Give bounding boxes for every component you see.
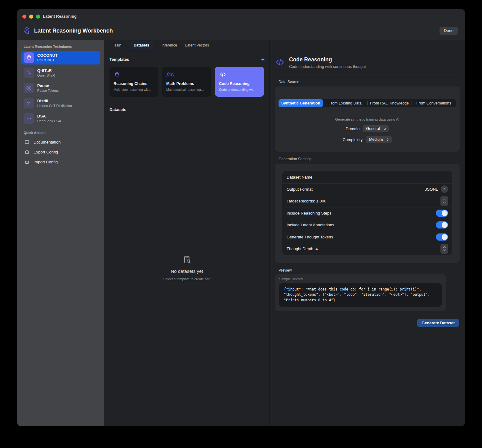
toggle-knob (442, 222, 448, 228)
segment-from-conversations[interactable]: From Conversations (412, 99, 456, 107)
content: Latent Reasoning Techniques COCONUT COCO… (17, 40, 465, 426)
close-window-button[interactable] (22, 15, 26, 19)
generate-thought-tokens-toggle[interactable] (436, 233, 448, 241)
tab-latent-vectors[interactable]: Latent Vectors (185, 42, 209, 49)
tab-train[interactable]: Train (113, 42, 121, 49)
segment-from-rag-knowledge[interactable]: From RAG Knowledge (367, 99, 412, 107)
chevron-up-down-icon (386, 138, 389, 141)
preview-card: Sample Record {"input": "What does this … (275, 274, 446, 311)
output-format-dropdown[interactable] (441, 185, 448, 193)
complexity-label: Complexity (343, 137, 363, 142)
template-card-math-problems[interactable]: ƒ(x) Math Problems Mathematical reasonin… (162, 67, 211, 97)
toggle-knob (442, 234, 448, 240)
sidebar-item-qstar[interactable]: Q-STaR Quiet-STaR (21, 66, 100, 80)
empty-state: No datasets yet Select a template to cre… (104, 255, 270, 281)
domain-dropdown[interactable]: General (363, 125, 389, 132)
book-icon (24, 139, 30, 145)
target-records-row: Target Records: 1.000 (282, 195, 452, 207)
preview-label: Preview (279, 268, 460, 273)
segment-from-existing-data[interactable]: From Existing Data (323, 99, 367, 107)
brain-icon (24, 52, 34, 63)
data-source-description: Generate synthetic training data using A… (279, 118, 456, 121)
sidebar-item-text: Pause Pause Tokens (37, 83, 59, 93)
include-latent-annotations-row: Include Latent Annotations (282, 219, 452, 231)
brain-icon (22, 26, 31, 35)
thought-depth-stepper[interactable] (440, 244, 448, 254)
function-icon: ƒ(x) (166, 71, 207, 78)
sidebar-item-text: COCONUT COCONUT (37, 53, 58, 63)
wave-icon (24, 113, 34, 124)
complexity-dropdown[interactable]: Medium (366, 136, 392, 143)
output-format-row: Output Format JSONL (282, 183, 452, 195)
sidebar-item-text: Distill Hidden CoT Distillation (37, 99, 72, 108)
sidebar-item-text: Q-STaR Quiet-STaR (37, 68, 55, 78)
detail-header: Code Reasoning Code understanding with c… (275, 56, 460, 69)
sparkles-icon (24, 68, 34, 78)
complexity-row: Complexity Medium (279, 136, 456, 143)
divider (275, 74, 460, 74)
sidebar-section-title: Latent Reasoning Techniques (24, 45, 100, 48)
segment-synthetic-generation[interactable]: Synthetic Generation (279, 99, 323, 107)
settings-group: Dataset Name Output Format JSONL (282, 171, 452, 255)
generate-thought-tokens-row: Generate Thought Tokens (282, 231, 452, 243)
target-records-stepper[interactable] (440, 196, 448, 206)
export-icon (24, 149, 30, 155)
sidebar-item-pause[interactable]: Pause Pause Tokens (21, 81, 100, 95)
add-template-button[interactable]: + (261, 56, 265, 62)
domain-label: Domain (346, 126, 359, 131)
datasets-header: Datasets (104, 103, 270, 112)
detail-panel: Code Reasoning Code understanding with c… (270, 40, 465, 426)
code-icon (219, 71, 260, 78)
toggle-knob (442, 210, 448, 216)
templates-section-title: Templates (109, 57, 129, 62)
output-format-value: JSONL (425, 187, 438, 192)
done-button[interactable]: Done (440, 27, 458, 35)
detail-title: Code Reasoning (289, 56, 366, 63)
detail-header-text: Code Reasoning Code understanding with c… (289, 56, 366, 69)
template-card-code-reasoning[interactable]: Code Reasoning Code understanding wit… (215, 67, 264, 97)
sidebar-item-distill[interactable]: Distill Hidden CoT Distillation (21, 96, 100, 110)
zoom-window-button[interactable] (36, 15, 40, 19)
screen: Latent Reasoning Latent Reasoning Workbe… (0, 0, 482, 448)
tab-datasets[interactable]: Datasets (129, 42, 154, 49)
include-reasoning-steps-row: Include Reasoning Steps (282, 207, 452, 219)
branch-icon (24, 98, 34, 109)
include-reasoning-steps-toggle[interactable] (436, 210, 448, 217)
app-window: Latent Reasoning Latent Reasoning Workbe… (17, 9, 465, 426)
sidebar-item-dsa[interactable]: DSA DeepSeek DSA (21, 112, 100, 125)
sidebar-item-text: DSA DeepSeek DSA (37, 114, 61, 123)
page-title: Latent Reasoning Workbench (34, 28, 113, 34)
app-header: Latent Reasoning Workbench Done (17, 24, 465, 40)
output-format-control: JSONL (425, 185, 448, 193)
sidebar-item-coconut[interactable]: COCONUT COCONUT (21, 51, 100, 64)
dataset-name-field[interactable]: Dataset Name (282, 171, 452, 183)
template-card-reasoning-chains[interactable]: Reasoning Chains Multi-step reasoning wi… (109, 67, 158, 97)
quick-actions-title: Quick Actions (24, 131, 100, 135)
sidebar-item-export-config[interactable]: Export Config (21, 147, 100, 157)
import-icon (24, 159, 30, 165)
tab-inference[interactable]: Inference (162, 42, 177, 49)
sample-record-code: {"input": "What does this code do: for i… (279, 283, 442, 307)
include-latent-annotations-toggle[interactable] (436, 221, 448, 228)
document-search-icon (182, 255, 192, 265)
generate-dataset-button[interactable]: Generate Dataset (417, 319, 459, 327)
detail-subtitle: Code understanding with continuous thoug… (289, 64, 366, 69)
minimize-window-button[interactable] (29, 15, 33, 19)
empty-state-title: No datasets yet (104, 268, 270, 274)
sidebar-item-import-config[interactable]: Import Config (21, 157, 100, 167)
titlebar: Latent Reasoning (17, 9, 465, 24)
chevron-up-down-icon (383, 127, 386, 131)
datasets-panel: Train Datasets Inference Latent Vectors … (104, 40, 270, 426)
brain-icon (114, 71, 154, 78)
domain-row: Domain General (279, 125, 456, 132)
chevron-up-down-icon (443, 188, 446, 191)
generate-row: Generate Dataset (275, 319, 460, 327)
window-title: Latent Reasoning (43, 14, 77, 19)
generation-settings-label: Generation Settings (279, 157, 460, 161)
pause-icon (24, 83, 34, 93)
data-source-label: Data Source (279, 80, 460, 84)
sidebar-item-documentation[interactable]: Documentation (21, 137, 100, 147)
data-source-card: Synthetic Generation From Existing Data … (275, 86, 460, 152)
template-cards: Reasoning Chains Multi-step reasoning wi… (104, 62, 270, 103)
tab-bar: Train Datasets Inference Latent Vectors (104, 40, 270, 51)
